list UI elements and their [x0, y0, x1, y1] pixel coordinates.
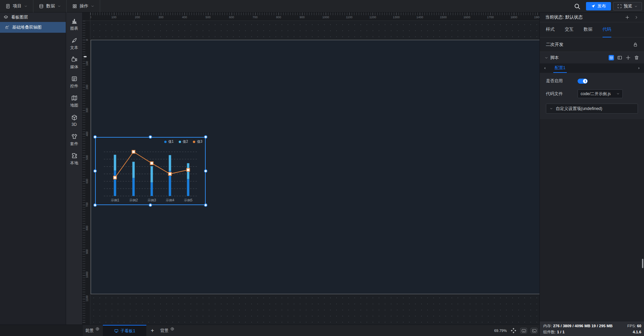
- subboard-tab[interactable]: 子看板1: [103, 325, 146, 336]
- secondary-dev-title: 二次开发: [546, 41, 563, 48]
- menu-data[interactable]: 数据: [33, 0, 67, 12]
- ruler-h-label: 700: [250, 16, 261, 19]
- selection-handle-nw[interactable]: [93, 135, 97, 139]
- ruler-h-label: 600: [226, 16, 237, 19]
- selection-handle-e[interactable]: [204, 169, 207, 173]
- widget-icon: [71, 76, 78, 82]
- add-board-label: +: [151, 327, 154, 334]
- background-tab[interactable]: 背景: [160, 325, 174, 336]
- table-view-icon[interactable]: [609, 55, 614, 60]
- toolbox-item-chart[interactable]: 图表: [66, 15, 82, 34]
- horizontal-ruler: 0100200300400500600700800900100011001200…: [83, 12, 539, 21]
- svg-text:示例5: 示例5: [184, 198, 193, 202]
- toolbox-item-widget[interactable]: 控件: [66, 73, 82, 92]
- inspector-tab-3[interactable]: 代码: [603, 22, 611, 37]
- panel-view-icon[interactable]: [617, 55, 622, 60]
- legend-item[interactable]: 值2: [179, 139, 188, 144]
- fit-view-icon[interactable]: [510, 328, 517, 334]
- foreground-label: 前景: [85, 328, 94, 334]
- inspector-tabs: 样式交互数据代码: [540, 22, 644, 37]
- layers-panel: 看板图层 基础堆叠双轴图: [0, 12, 66, 325]
- config-tab[interactable]: 配置1: [553, 63, 567, 73]
- selection-handle-ne[interactable]: [204, 135, 207, 139]
- legend-item[interactable]: 值3: [193, 139, 202, 144]
- toolbox-item-text[interactable]: 文本: [66, 34, 82, 53]
- menu-project[interactable]: 项目: [0, 0, 33, 12]
- design-canvas[interactable]: 示例1示例2示例3示例4示例5 值1值2值3 01002003004005006…: [83, 12, 539, 325]
- bottom-bar: 前景 子看板1 + 背景 69.79%: [0, 325, 539, 336]
- ruler-h-label: 800: [273, 16, 284, 19]
- layers-panel-header: 看板图层: [0, 12, 66, 22]
- memory-stats: 内存: 276 / 3809 / 4096 MB 19 / 295 MB: [543, 323, 613, 329]
- preview-label: 预览: [624, 3, 632, 9]
- toolbox-item-media[interactable]: 媒体: [66, 53, 82, 73]
- add-board-button[interactable]: +: [148, 325, 156, 336]
- ruler-v-label: 600: [84, 178, 90, 184]
- custom-settings-collapser[interactable]: 自定义设置项(undefined): [546, 104, 638, 114]
- ruler-corner: [83, 12, 90, 21]
- chart-component[interactable]: 示例1示例2示例3示例4示例5 值1值2值3: [95, 137, 206, 205]
- chevron-down-icon: [634, 5, 638, 8]
- inspector-tab-0[interactable]: 样式: [546, 22, 555, 37]
- layer-item-stacked-dual-axis-chart[interactable]: 基础堆叠双轴图: [0, 22, 66, 33]
- component-toolbox: 图表文本媒体控件地图3D套件本地: [66, 12, 83, 325]
- document-icon: [5, 4, 10, 9]
- ruler-h-label: 1600: [461, 16, 473, 19]
- add-config-icon[interactable]: [625, 55, 631, 60]
- enable-toggle[interactable]: [578, 79, 588, 84]
- ruler-v-label: 900: [84, 249, 90, 254]
- selection-handle-w[interactable]: [93, 169, 97, 173]
- scroll-right-icon[interactable]: [637, 66, 641, 70]
- delete-config-icon[interactable]: [634, 55, 639, 60]
- publish-button[interactable]: 发布: [586, 2, 611, 10]
- ruler-h-label: 300: [155, 16, 167, 19]
- toolbox-item-label: 地图: [70, 103, 78, 108]
- chevron-down-icon[interactable]: [545, 56, 548, 60]
- toolbox-item-local[interactable]: 本地: [66, 149, 82, 169]
- ruler-v-label: 500: [84, 155, 90, 160]
- app-window: 项目 数据 操作 发布 预览 看板图层: [0, 0, 644, 336]
- search-icon[interactable]: [574, 3, 581, 10]
- chevron-down-icon: [616, 92, 620, 95]
- legend-dot: [164, 141, 167, 143]
- toolbox-item-kit[interactable]: 套件: [66, 130, 82, 149]
- circle-plus-icon[interactable]: [95, 327, 99, 331]
- zoom-level[interactable]: 69.79%: [494, 329, 507, 333]
- circle-plus-icon[interactable]: [170, 327, 174, 331]
- legend-item[interactable]: 值1: [164, 139, 174, 144]
- foreground-tab[interactable]: 前景: [85, 325, 99, 336]
- console-icon[interactable]: [531, 328, 537, 333]
- selection-handle-se[interactable]: [204, 203, 207, 207]
- code-file-select[interactable]: code/二开示例.js: [578, 89, 623, 98]
- vertical-ruler: 010020030040050060070080090010001100: [83, 21, 90, 325]
- chevron-right-icon[interactable]: [634, 15, 639, 20]
- selection-handle-n[interactable]: [149, 135, 152, 139]
- local-icon: [71, 152, 78, 159]
- toolbox-item-cube[interactable]: 3D: [66, 111, 82, 130]
- code-file-row: 代码文件 code/二开示例.js: [540, 89, 644, 98]
- legend-label: 值3: [197, 139, 202, 144]
- add-state-icon[interactable]: [625, 15, 630, 20]
- selection-handle-sw[interactable]: [93, 203, 97, 207]
- lock-icon[interactable]: [633, 42, 638, 47]
- menu-actions[interactable]: 操作: [67, 0, 100, 12]
- svg-text:示例1: 示例1: [111, 198, 119, 202]
- components-label: 组件数:: [543, 330, 556, 334]
- scroll-left-icon[interactable]: [543, 66, 547, 70]
- chart-legend: 值1值2值3: [164, 139, 202, 144]
- chevron-down-icon: [24, 4, 28, 8]
- keyboard-shortcuts-icon[interactable]: [520, 328, 527, 333]
- inspector-scrollbar[interactable]: [642, 259, 643, 268]
- toolbox-item-map[interactable]: 地图: [66, 92, 82, 111]
- chevron-down-icon: [550, 107, 553, 110]
- chevron-down-icon: [57, 4, 61, 8]
- selection-handle-s[interactable]: [149, 203, 152, 207]
- state-label: 当前状态:: [545, 14, 564, 20]
- layers-icon: [3, 15, 8, 20]
- inspector-tab-1[interactable]: 交互: [565, 22, 574, 37]
- code-file-label: 代码文件: [546, 91, 578, 97]
- send-icon: [591, 4, 595, 8]
- status-block: 内存: 276 / 3809 / 4096 MB 19 / 295 MB FPS…: [539, 321, 644, 336]
- inspector-tab-2[interactable]: 数据: [584, 22, 592, 37]
- preview-button[interactable]: 预览: [613, 2, 642, 10]
